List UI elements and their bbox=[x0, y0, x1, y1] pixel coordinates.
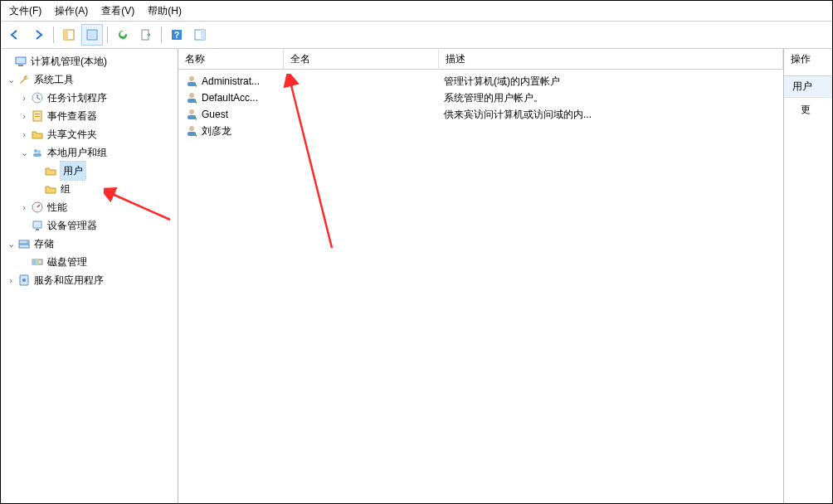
collapse-icon[interactable]: ⌄ bbox=[4, 235, 17, 253]
properties-icon[interactable] bbox=[81, 24, 103, 46]
users-group-icon bbox=[31, 146, 44, 159]
nav-back-icon[interactable] bbox=[4, 24, 26, 46]
services-icon bbox=[17, 274, 31, 287]
tree-label: 存储 bbox=[34, 235, 54, 253]
menubar: 文件(F) 操作(A) 查看(V) 帮助(H) bbox=[1, 1, 832, 22]
svg-point-14 bbox=[34, 149, 37, 153]
toolbar-separator bbox=[161, 27, 162, 43]
svg-point-32 bbox=[189, 109, 194, 114]
user-icon bbox=[185, 91, 198, 104]
actions-header: 操作 bbox=[784, 49, 832, 76]
expand-icon[interactable]: › bbox=[17, 89, 31, 107]
tree-device-manager[interactable]: 设备管理器 bbox=[1, 216, 178, 235]
tree-system-tools[interactable]: ⌄ 系统工具 bbox=[1, 70, 178, 89]
menu-action[interactable]: 操作(A) bbox=[50, 2, 93, 20]
tree-storage[interactable]: ⌄ 存储 bbox=[1, 235, 178, 253]
shared-folder-icon bbox=[31, 128, 44, 141]
tree-root[interactable]: › 计算机管理(本地) bbox=[1, 52, 178, 70]
expand-icon[interactable]: › bbox=[4, 271, 17, 289]
toolbar-separator bbox=[53, 27, 54, 43]
show-hide-tree-icon[interactable] bbox=[58, 24, 80, 46]
body: › 计算机管理(本地) ⌄ 系统工具 › 任务计划程序 bbox=[1, 49, 832, 503]
svg-point-30 bbox=[189, 93, 194, 98]
collapse-icon[interactable]: ⌄ bbox=[4, 70, 17, 89]
export-list-icon[interactable] bbox=[135, 24, 157, 46]
wrench-icon bbox=[17, 73, 31, 86]
col-description[interactable]: 描述 bbox=[439, 49, 783, 69]
folder-icon bbox=[44, 182, 57, 196]
user-icon bbox=[185, 75, 198, 88]
toolbar: ? bbox=[1, 22, 832, 49]
tree-label: 磁盘管理 bbox=[47, 253, 87, 271]
user-name: Administrat... bbox=[202, 75, 260, 87]
svg-rect-24 bbox=[32, 259, 36, 264]
svg-text:?: ? bbox=[174, 31, 179, 40]
collapse-icon[interactable]: ⌄ bbox=[17, 143, 31, 162]
user-name: Guest bbox=[202, 109, 228, 120]
col-fullname[interactable]: 全名 bbox=[284, 49, 439, 69]
list-body[interactable]: Administrat...管理计算机(域)的内置帐户DefaultAcc...… bbox=[178, 70, 783, 139]
tree-disk-management[interactable]: 磁盘管理 bbox=[1, 253, 178, 271]
svg-rect-9 bbox=[18, 65, 23, 66]
col-name[interactable]: 名称 bbox=[178, 49, 284, 69]
tree-label: 组 bbox=[61, 180, 71, 198]
svg-point-27 bbox=[22, 279, 26, 282]
user-description: 供来宾访问计算机或访问域的内... bbox=[437, 108, 783, 122]
user-row[interactable]: Administrat...管理计算机(域)的内置帐户 bbox=[178, 73, 783, 90]
tree-shared-folders[interactable]: › 共享文件夹 bbox=[1, 125, 178, 143]
svg-rect-16 bbox=[33, 153, 41, 157]
svg-rect-25 bbox=[36, 259, 39, 264]
computer-icon bbox=[14, 55, 27, 68]
show-action-pane-icon[interactable] bbox=[189, 24, 211, 46]
svg-rect-19 bbox=[36, 229, 39, 230]
user-row[interactable]: 刘彦龙 bbox=[178, 123, 783, 139]
user-icon bbox=[185, 108, 198, 121]
tree-local-users-groups[interactable]: ⌄ 本地用户和组 bbox=[1, 143, 178, 162]
tree-label: 共享文件夹 bbox=[47, 125, 97, 143]
svg-rect-1 bbox=[64, 30, 68, 40]
menu-help[interactable]: 帮助(H) bbox=[143, 2, 187, 20]
expand-icon[interactable]: › bbox=[17, 198, 31, 216]
help-icon[interactable]: ? bbox=[166, 24, 188, 46]
user-row[interactable]: DefaultAcc...系统管理的用户帐户。 bbox=[178, 90, 783, 106]
main-pane: 名称 全名 描述 Administrat...管理计算机(域)的内置帐户Defa… bbox=[178, 49, 784, 503]
clock-icon bbox=[31, 91, 44, 104]
action-pane: 操作 用户 更 bbox=[784, 49, 832, 503]
event-icon bbox=[31, 109, 44, 123]
expand-icon[interactable]: › bbox=[17, 107, 31, 125]
refresh-icon[interactable] bbox=[112, 24, 134, 46]
tree-label: 任务计划程序 bbox=[47, 89, 107, 107]
user-icon bbox=[185, 124, 198, 138]
svg-rect-13 bbox=[35, 116, 40, 117]
user-row[interactable]: Guest供来宾访问计算机或访问域的内... bbox=[178, 106, 783, 123]
tree-label: 系统工具 bbox=[34, 70, 74, 89]
toolbar-separator bbox=[107, 27, 108, 43]
tree-pane[interactable]: › 计算机管理(本地) ⌄ 系统工具 › 任务计划程序 bbox=[1, 49, 178, 503]
user-description: 系统管理的用户帐户。 bbox=[437, 91, 783, 105]
svg-rect-8 bbox=[16, 57, 26, 64]
performance-icon bbox=[31, 201, 44, 214]
tree-services-apps[interactable]: › 服务和应用程序 bbox=[1, 271, 178, 289]
list-header: 名称 全名 描述 bbox=[178, 49, 783, 70]
tree-performance[interactable]: › 性能 bbox=[1, 198, 178, 216]
svg-rect-18 bbox=[33, 221, 41, 228]
user-name: DefaultAcc... bbox=[202, 92, 258, 104]
tree-task-scheduler[interactable]: › 任务计划程序 bbox=[1, 89, 178, 107]
storage-icon bbox=[17, 237, 31, 250]
nav-forward-icon[interactable] bbox=[27, 24, 49, 46]
user-name: 刘彦龙 bbox=[202, 124, 231, 138]
svg-rect-7 bbox=[201, 30, 205, 40]
menu-file[interactable]: 文件(F) bbox=[4, 2, 46, 20]
tree-label: 性能 bbox=[47, 198, 67, 216]
expand-icon[interactable]: › bbox=[17, 125, 31, 143]
device-icon bbox=[31, 219, 44, 232]
tree-groups[interactable]: 组 bbox=[1, 180, 178, 198]
menu-view[interactable]: 查看(V) bbox=[96, 2, 139, 20]
svg-point-22 bbox=[27, 241, 28, 243]
actions-more[interactable]: 更 bbox=[784, 98, 832, 122]
svg-rect-12 bbox=[35, 114, 40, 114]
disk-icon bbox=[31, 255, 44, 269]
tree-event-viewer[interactable]: › 事件查看器 bbox=[1, 107, 178, 125]
tree-users[interactable]: 用户 bbox=[1, 162, 178, 180]
svg-point-34 bbox=[189, 126, 194, 131]
